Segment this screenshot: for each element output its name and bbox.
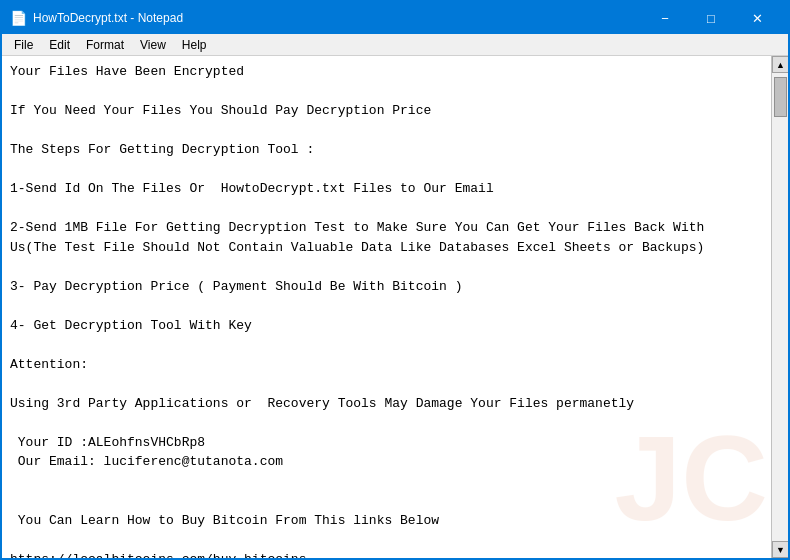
title-bar-left: 📄 HowToDecrypt.txt - Notepad	[10, 10, 183, 26]
menu-edit[interactable]: Edit	[41, 34, 78, 56]
scroll-up-arrow[interactable]: ▲	[772, 56, 788, 73]
menu-format[interactable]: Format	[78, 34, 132, 56]
text-editor[interactable]: Your Files Have Been Encrypted If You Ne…	[2, 56, 771, 558]
menu-file[interactable]: File	[6, 34, 41, 56]
scroll-track[interactable]	[772, 73, 788, 541]
menu-help[interactable]: Help	[174, 34, 215, 56]
minimize-button[interactable]: −	[642, 2, 688, 34]
scroll-thumb[interactable]	[774, 77, 787, 117]
app-icon: 📄	[10, 10, 27, 26]
window-title: HowToDecrypt.txt - Notepad	[33, 11, 183, 25]
title-bar-controls: − □ ✕	[642, 2, 780, 34]
menu-bar: File Edit Format View Help	[2, 34, 788, 56]
maximize-button[interactable]: □	[688, 2, 734, 34]
close-button[interactable]: ✕	[734, 2, 780, 34]
vertical-scrollbar[interactable]: ▲ ▼	[771, 56, 788, 558]
content-area: Your Files Have Been Encrypted If You Ne…	[2, 56, 788, 558]
notepad-window: 📄 HowToDecrypt.txt - Notepad − □ ✕ File …	[0, 0, 790, 560]
scroll-down-arrow[interactable]: ▼	[772, 541, 788, 558]
title-bar: 📄 HowToDecrypt.txt - Notepad − □ ✕	[2, 2, 788, 34]
menu-view[interactable]: View	[132, 34, 174, 56]
